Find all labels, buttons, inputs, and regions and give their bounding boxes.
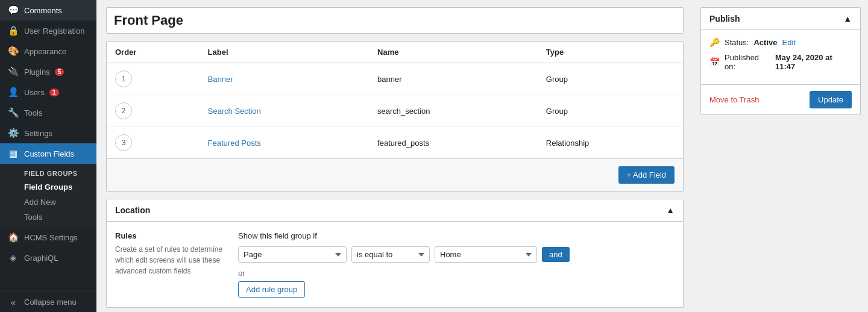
rules-desc: Create a set of rules to determine which… [115, 244, 224, 276]
rules-row: Page Post User is equal to is not equal … [238, 246, 675, 263]
field-label-banner[interactable]: Banner [208, 75, 233, 84]
col-order: Order [107, 42, 200, 63]
publish-header: Publish ▲ [701, 8, 860, 30]
graphiql-icon: ◈ [7, 252, 19, 263]
condition-select[interactable]: is equal to is not equal to [351, 246, 430, 263]
location-title: Location [115, 205, 150, 215]
published-date: May 24, 2020 at 11:47 [775, 53, 852, 71]
sidebar-item-settings[interactable]: ⚙️ Settings [0, 123, 96, 143]
comments-icon: 💬 [7, 5, 19, 16]
status-edit-link[interactable]: Edit [782, 38, 796, 47]
col-type: Type [538, 42, 683, 63]
move-to-trash-button[interactable]: Move to Trash [709, 95, 759, 104]
submenu-item-tools[interactable]: Tools [0, 210, 96, 225]
fields-card: Order Label Name Type 1 Banner banner Gr… [106, 41, 684, 192]
col-name: Name [369, 42, 538, 63]
sidebar: 💬 Comments 🔒 User Registration 🎨 Appeara… [0, 0, 96, 312]
collapse-menu-button[interactable]: « Collapse menu [0, 292, 96, 312]
users-icon: 👤 [7, 87, 19, 98]
main-content: Order Label Name Type 1 Banner banner Gr… [96, 0, 693, 312]
submenu-item-add-new[interactable]: Add New [0, 195, 96, 210]
status-icon: 🔑 [709, 37, 720, 47]
target-select[interactable]: Home About Contact [435, 246, 537, 263]
sidebar-item-custom-fields[interactable]: ▦ Custom Fields [0, 143, 96, 164]
table-row: 3 Featured Posts featured_posts Relation… [107, 127, 683, 159]
publish-body: 🔑 Status: Active Edit 📅 Published on: Ma… [701, 30, 860, 84]
field-type-search-section: Group [546, 107, 568, 116]
sidebar-item-plugins[interactable]: 🔌 Plugins 5 [0, 61, 96, 82]
status-value: Active [753, 38, 777, 47]
appearance-icon: 🎨 [7, 46, 19, 57]
page-title-input[interactable] [106, 7, 684, 34]
publish-title: Publish [709, 14, 740, 23]
rules-title: Rules [115, 231, 224, 240]
field-name-search-section: search_section [377, 107, 430, 116]
table-row: 1 Banner banner Group [107, 63, 683, 95]
custom-fields-icon: ▦ [7, 148, 19, 159]
settings-icon: ⚙️ [7, 128, 19, 139]
sidebar-item-graphiql[interactable]: ◈ GraphiQL [0, 248, 96, 268]
sidebar-item-user-registration[interactable]: 🔒 User Registration [0, 20, 96, 41]
and-button[interactable]: and [542, 247, 570, 262]
plugins-badge: 5 [55, 68, 64, 76]
publish-collapse-icon[interactable]: ▲ [843, 14, 852, 23]
location-collapse-icon[interactable]: ▲ [666, 205, 675, 215]
plugins-icon: 🔌 [7, 66, 19, 77]
location-card: Location ▲ Rules Create a set of rules t… [106, 199, 684, 308]
collapse-icon: « [7, 297, 19, 307]
field-label-search-section[interactable]: Search Section [208, 107, 261, 116]
published-label: Published on: [725, 53, 770, 71]
page-select[interactable]: Page Post User [238, 246, 347, 263]
sidebar-item-hcms-settings[interactable]: 🏠 HCMS Settings [0, 227, 96, 248]
col-label: Label [200, 42, 369, 63]
users-badge: 1 [49, 89, 59, 96]
add-field-button[interactable]: + Add Field [618, 166, 675, 184]
order-2: 2 [115, 102, 132, 119]
rules-config: Show this field group if Page Post User … [238, 231, 675, 298]
tools-icon: 🔧 [7, 107, 19, 118]
show-if-label: Show this field group if [238, 231, 675, 240]
publish-status-row: 🔑 Status: Active Edit [709, 37, 852, 47]
order-1: 1 [115, 70, 132, 87]
rules-section: Rules Create a set of rules to determine… [115, 231, 224, 298]
publish-panel: Publish ▲ 🔑 Status: Active Edit 📅 Publis… [693, 0, 868, 312]
status-label: Status: [725, 38, 749, 47]
calendar-icon: 📅 [709, 57, 720, 67]
submenu-item-field-groups[interactable]: Field Groups [0, 179, 96, 195]
update-button[interactable]: Update [810, 91, 852, 108]
table-row: 2 Search Section search_section Group [107, 95, 683, 127]
publish-date-row: 📅 Published on: May 24, 2020 at 11:47 [709, 53, 852, 71]
publish-card: Publish ▲ 🔑 Status: Active Edit 📅 Publis… [700, 7, 861, 115]
location-body: Rules Create a set of rules to determine… [107, 222, 683, 307]
field-type-featured-posts: Relationship [546, 139, 590, 148]
sidebar-item-users[interactable]: 👤 Users 1 [0, 82, 96, 102]
field-label-featured-posts[interactable]: Featured Posts [208, 139, 261, 148]
add-rule-group-button[interactable]: Add rule group [238, 281, 305, 298]
hcms-icon: 🏠 [7, 232, 19, 243]
or-label: or [238, 269, 675, 278]
custom-fields-submenu: Field Groups Field Groups Add New Tools [0, 164, 96, 227]
user-registration-icon: 🔒 [7, 25, 19, 36]
sidebar-item-comments[interactable]: 💬 Comments [0, 0, 96, 20]
field-name-banner: banner [377, 75, 401, 84]
location-header: Location ▲ [107, 199, 683, 222]
field-type-banner: Group [546, 75, 568, 84]
sidebar-item-tools[interactable]: 🔧 Tools [0, 102, 96, 123]
sidebar-item-appearance[interactable]: 🎨 Appearance [0, 41, 96, 61]
submenu-section-label: Field Groups [0, 166, 96, 179]
publish-footer: Move to Trash Update [701, 84, 860, 114]
order-3: 3 [115, 134, 132, 151]
fields-table: Order Label Name Type 1 Banner banner Gr… [107, 42, 683, 158]
add-field-row: + Add Field [107, 158, 683, 191]
field-name-featured-posts: featured_posts [377, 139, 429, 148]
